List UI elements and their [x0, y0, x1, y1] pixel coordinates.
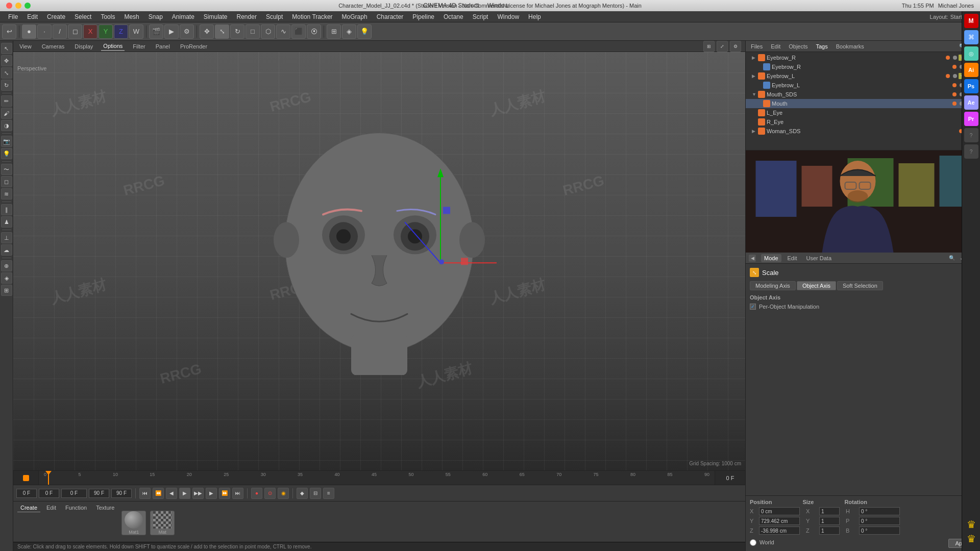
menu-file[interactable]: File: [4, 12, 22, 21]
app-icon-unknown1[interactable]: ?: [964, 128, 978, 142]
lt-hair[interactable]: ∥: [1, 204, 12, 215]
psr-h-rot[interactable]: 0 °: [859, 507, 900, 515]
menu-create[interactable]: Create: [43, 12, 69, 21]
mat-tab-texture[interactable]: Texture: [93, 504, 117, 512]
toolbar-select-live[interactable]: ⬡: [261, 24, 275, 39]
psr-y-size[interactable]: 1: [819, 517, 840, 525]
vp-tab-options[interactable]: Options: [101, 42, 125, 51]
menu-mesh[interactable]: Mesh: [120, 12, 143, 21]
menu-help[interactable]: Help: [524, 12, 545, 21]
timeline-ruler[interactable]: 0 5 10 15 20 25 30 35 40 45 50 55 60 65: [39, 471, 715, 485]
window-controls[interactable]: [6, 3, 31, 9]
toolbar-render-settings[interactable]: ⚙: [180, 24, 194, 39]
menu-snap[interactable]: Snap: [144, 12, 167, 21]
lt-primitive[interactable]: ◻: [1, 176, 12, 187]
toolbar-select-paint[interactable]: ⬛: [291, 24, 306, 39]
toolbar-move[interactable]: ✥: [200, 24, 214, 39]
app-icon-photoshop[interactable]: Ps: [964, 79, 978, 93]
transport-play-reverse[interactable]: ▶▶: [192, 488, 204, 499]
om-row-woman-sds[interactable]: ▶ Woman_SDS ■: [746, 127, 980, 136]
material-item-mat1[interactable]: Mat1: [121, 511, 146, 535]
toolbar-y-axis[interactable]: Y: [99, 24, 113, 39]
app-icon-maxon[interactable]: M: [964, 14, 978, 28]
om-tab-bookmarks[interactable]: Bookmarks: [834, 42, 866, 51]
om-row-l-eye[interactable]: L_Eye: [746, 108, 980, 117]
mat-tab-create[interactable]: Create: [17, 504, 40, 512]
toolbar-magnet[interactable]: ⦿: [307, 24, 321, 39]
menu-select[interactable]: Select: [70, 12, 95, 21]
close-button[interactable]: [6, 3, 12, 9]
toolbar-scale[interactable]: ⤡: [215, 24, 229, 39]
psr-x-pos[interactable]: 0 cm: [759, 507, 800, 515]
lt-group[interactable]: ⊞: [1, 285, 12, 296]
timeline[interactable]: 0 5 10 15 20 25 30 35 40 45 50 55 60 65: [13, 470, 745, 485]
toolbar-mode-poly[interactable]: ◻: [68, 24, 82, 39]
vp-settings-btn[interactable]: ⚙: [730, 41, 741, 52]
toolbar-light[interactable]: 💡: [357, 24, 372, 39]
om-row-mouth-sds[interactable]: ▼ Mouth_SDS ■ ■: [746, 90, 980, 99]
vp-tab-filter[interactable]: Filter: [131, 42, 147, 51]
transport-prev-frame[interactable]: ◀: [166, 488, 177, 499]
timeline-playhead[interactable]: [48, 471, 49, 485]
psr-x-size[interactable]: 1: [819, 507, 840, 515]
app-icon-illustrator[interactable]: Ai: [964, 63, 978, 77]
transport-prev-key[interactable]: ⏪: [153, 488, 164, 499]
frame-start-input[interactable]: [16, 489, 37, 498]
toolbar-z-axis[interactable]: Z: [114, 24, 128, 39]
lt-cursor[interactable]: ↖: [1, 43, 12, 54]
menu-motion-tracker[interactable]: Motion Tracker: [288, 12, 336, 21]
menu-window[interactable]: Window: [493, 12, 523, 21]
transport-next-key[interactable]: ⏩: [219, 488, 230, 499]
om-row-r-eye[interactable]: R_Eye: [746, 117, 980, 127]
axis-tab-modeling[interactable]: Modeling Axis: [750, 281, 796, 290]
toolbar-display-settings[interactable]: ◈: [342, 24, 356, 39]
transport-next-frame[interactable]: ▶: [206, 488, 217, 499]
axis-tab-object[interactable]: Object Axis: [797, 281, 836, 290]
menu-character[interactable]: Character: [373, 12, 408, 21]
vp-tab-cameras[interactable]: Cameras: [40, 42, 67, 51]
vp-tab-panel[interactable]: Panel: [154, 42, 172, 51]
om-row-mouth[interactable]: Mouth ■ ■: [746, 99, 980, 108]
lt-character[interactable]: ♟: [1, 216, 12, 228]
frame-end-input[interactable]: [111, 489, 132, 498]
menu-script[interactable]: Script: [469, 12, 493, 21]
lt-paint[interactable]: 🖌: [1, 108, 12, 119]
lt-move[interactable]: ✥: [1, 55, 12, 66]
material-item-mat[interactable]: Mat: [150, 511, 175, 535]
om-tab-files[interactable]: Files: [749, 42, 765, 51]
transport-goto-end[interactable]: ⏭: [232, 488, 243, 499]
vp-layout-btn[interactable]: ⊞: [703, 41, 715, 52]
menu-edit[interactable]: Edit: [23, 12, 42, 21]
frame-max-input[interactable]: [89, 489, 109, 498]
psr-z-size[interactable]: 1: [819, 527, 840, 535]
axis-tab-soft[interactable]: Soft Selection: [837, 281, 883, 290]
frame-min-input[interactable]: [39, 489, 59, 498]
om-tab-edit[interactable]: Edit: [769, 42, 782, 51]
transport-record-auto[interactable]: ⊙: [264, 488, 276, 499]
viewport[interactable]: Perspective 人人素材 RRCG 人人素材 RRCG 人人素材 RRC…: [13, 52, 745, 470]
vp-tab-view[interactable]: View: [17, 42, 34, 51]
om-row-eyebrow-r-sub[interactable]: Eyebrow_R ■ ■: [746, 62, 980, 71]
pp-tab-edit[interactable]: Edit: [785, 254, 800, 262]
psr-b-rot[interactable]: 0 °: [859, 527, 900, 535]
pp-tab-mode[interactable]: Mode: [761, 254, 781, 262]
lt-sculpt[interactable]: ◑: [1, 120, 12, 131]
app-icon-aftereffects[interactable]: Ae: [964, 95, 978, 110]
toolbar-mode-object[interactable]: ●: [22, 24, 36, 39]
app-icon-finder[interactable]: ⌘: [964, 30, 978, 44]
per-object-checkbox[interactable]: ✓: [750, 304, 756, 310]
psr-z-pos[interactable]: -36.998 cm: [759, 527, 800, 535]
transport-keyframe[interactable]: ◆: [297, 488, 308, 499]
transport-record[interactable]: ●: [251, 488, 262, 499]
transport-play[interactable]: ▶: [179, 488, 190, 499]
menu-sculpt[interactable]: Sculpt: [262, 12, 287, 21]
minimize-button[interactable]: [15, 3, 21, 9]
menu-tools[interactable]: Tools: [96, 12, 119, 21]
lt-instance[interactable]: ◈: [1, 272, 12, 284]
toolbar-render[interactable]: ▶: [164, 24, 179, 39]
om-tab-tags[interactable]: Tags: [814, 42, 830, 51]
frame-current-input[interactable]: [61, 489, 87, 498]
toolbar-select-lasso[interactable]: ∿: [276, 24, 290, 39]
lt-null[interactable]: ⊕: [1, 260, 12, 271]
toolbar-rotate[interactable]: ↻: [230, 24, 244, 39]
